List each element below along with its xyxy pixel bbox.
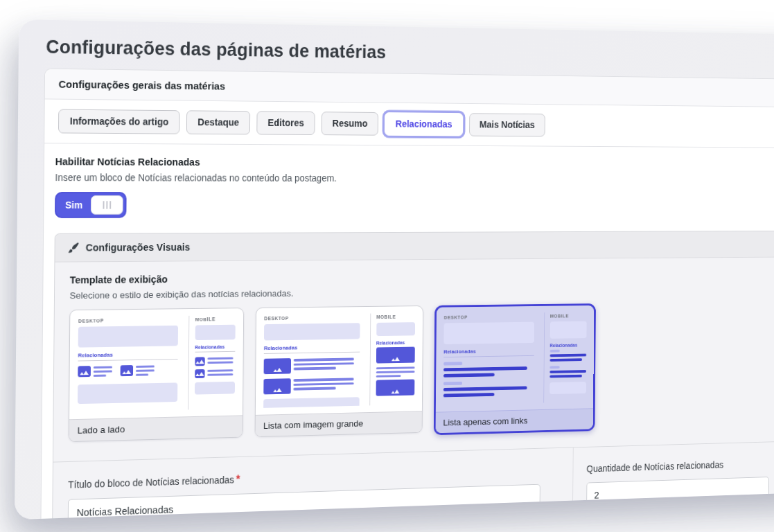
paintbrush-icon (67, 242, 80, 254)
preview-item (195, 369, 235, 379)
image-tile-icon (263, 379, 291, 395)
required-marker: * (236, 474, 240, 486)
template-option-lista-com-imagem-grande[interactable]: DESKTOP Relacionadas (255, 305, 423, 437)
mobile-label: MOBILE (550, 314, 587, 319)
desktop-preview-pane: DESKTOP Relacionadas (78, 316, 182, 412)
preview-item (195, 357, 235, 366)
mobile-preview-pane: MOBILE Relacionadas (543, 312, 587, 403)
settings-page-panel: Configurações das páginas de matérias Co… (15, 19, 774, 520)
mobile-label: MOBILE (376, 314, 415, 319)
tab-destaque[interactable]: Destaque (186, 110, 250, 134)
preview-divider (195, 351, 235, 353)
visual-settings-card: Configurações Visuais Template de exibiç… (52, 231, 774, 520)
template-option-lado-a-lado[interactable]: DESKTOP Relacionadas (69, 308, 244, 443)
preview-divider (264, 352, 360, 354)
preview-placeholder-block (550, 321, 587, 339)
image-tile-icon (376, 380, 414, 396)
preview-placeholder-block (78, 383, 177, 405)
preview-placeholder-block (195, 325, 235, 340)
template-option-lista-apenas-com-links[interactable]: DESKTOP Relacionadas (434, 303, 596, 435)
preview-heading: Relacionadas (443, 348, 534, 355)
preview-heading: Relacionadas (78, 351, 178, 359)
image-tile-icon (78, 366, 91, 378)
tab-editores[interactable]: Editores (256, 111, 315, 135)
template-caption: Lista com imagem grande (256, 411, 422, 437)
desktop-label: DESKTOP (264, 315, 360, 321)
preview-item (121, 365, 156, 379)
preview-placeholder-block (195, 382, 235, 395)
quantity-label: Quantidade de Notícias relacionadas (586, 460, 723, 475)
tab-mais-noticias[interactable]: Mais Notícias (469, 113, 545, 136)
quantity-input[interactable] (586, 477, 769, 508)
tabs-bar: Informações do artigo Destaque Editores … (44, 99, 774, 148)
preview-heading: Relacionadas (376, 340, 415, 346)
preview-placeholder-block (78, 326, 178, 348)
quantity-field: Quantidade de Notícias relacionadas (572, 442, 774, 520)
title-block-input[interactable] (68, 484, 540, 520)
preview-placeholder-block (443, 322, 534, 344)
preview-divider (78, 359, 177, 361)
template-preview: DESKTOP Relacionadas (256, 306, 423, 415)
enable-related-title: Habilitar Notícias Relacionadas (55, 157, 774, 170)
link-group (549, 366, 586, 378)
image-tile-icon (264, 358, 292, 374)
link-group (443, 380, 534, 398)
desktop-preview-pane: DESKTOP Relacionadas (443, 313, 538, 406)
toggle-on-label: Sim (56, 200, 91, 211)
template-field-description: Selecione o estilo de exibição das notíc… (70, 283, 774, 301)
preview-item (263, 378, 359, 395)
preview-divider (443, 355, 534, 357)
preview-placeholder-block (376, 323, 415, 337)
preview-placeholder-block (263, 398, 359, 409)
template-section: Template de exibição Selecione o estilo … (53, 258, 774, 463)
tab-resumo[interactable]: Resumo (322, 112, 378, 136)
title-block-label: Título do bloco de Notícias relacionadas (68, 475, 234, 490)
image-tile-icon (376, 347, 415, 364)
page-background: Configurações das páginas de matérias Co… (0, 0, 774, 532)
template-field-label: Template de exibição (70, 269, 774, 285)
tab-informacoes-do-artigo[interactable]: Informações do artigo (58, 109, 180, 134)
preview-item (264, 357, 360, 375)
visual-settings-title: Configurações Visuais (86, 242, 191, 254)
preview-item (78, 366, 114, 380)
preview-item-row (78, 364, 177, 379)
preview-heading: Relacionadas (195, 344, 235, 350)
mobile-preview-pane: MOBILE Relacionadas (369, 313, 415, 406)
desktop-label: DESKTOP (78, 317, 178, 323)
preview-placeholder-block (264, 323, 360, 341)
image-tile-icon (195, 357, 204, 366)
tab-relacionadas[interactable]: Relacionadas (385, 112, 463, 136)
preview-heading: Relacionadas (264, 344, 360, 351)
template-options-row: DESKTOP Relacionadas (69, 301, 774, 445)
template-preview: DESKTOP Relacionadas (436, 305, 595, 412)
template-preview: DESKTOP Relacionadas (69, 308, 243, 419)
mobile-preview-pane: MOBILE Relacionadas (188, 315, 236, 409)
image-tile-icon (121, 365, 134, 376)
enable-related-toggle[interactable]: Sim (55, 192, 127, 218)
desktop-label: DESKTOP (444, 314, 534, 320)
link-group (443, 361, 534, 378)
preview-heading: Relacionadas (549, 343, 586, 348)
template-caption: Lado a lado (69, 416, 243, 442)
page-title: Configurações das páginas de matérias (44, 30, 774, 70)
related-news-section: Habilitar Notícias Relacionadas Insere u… (41, 144, 774, 520)
template-caption: Lista apenas com links (436, 409, 594, 434)
enable-related-description: Insere um bloco de Notícias relacionadas… (55, 172, 774, 185)
toggle-knob (91, 195, 123, 215)
image-tile-icon (195, 369, 204, 378)
link-group (549, 349, 586, 362)
settings-card: Configurações gerais das matérias Inform… (40, 69, 774, 520)
preview-placeholder-block (549, 382, 586, 394)
mobile-label: MOBILE (195, 317, 236, 322)
desktop-preview-pane: DESKTOP Relacionadas (263, 314, 364, 408)
